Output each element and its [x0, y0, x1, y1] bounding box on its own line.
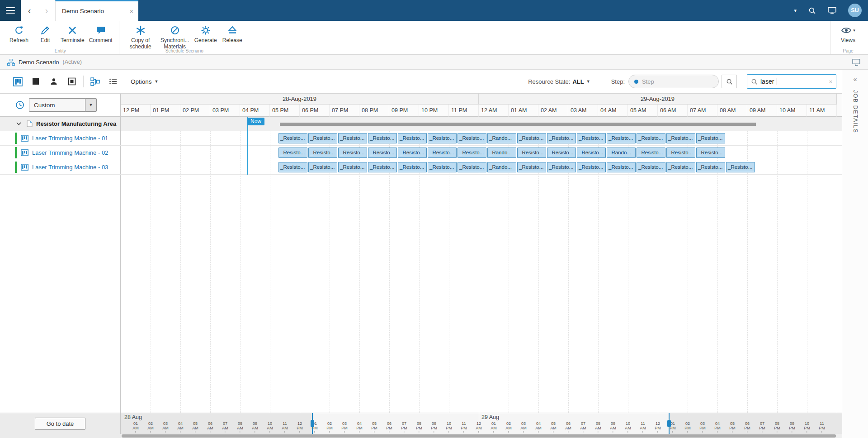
copy-of-schedule-button[interactable]: Copy of schedule — [124, 24, 157, 51]
avatar[interactable]: SU — [848, 4, 862, 17]
material-view-icon[interactable] — [66, 76, 78, 87]
hour-header: 02 AM — [538, 105, 568, 117]
group-name: Resistor Manufacturing Area — [36, 120, 116, 127]
task-bar[interactable]: _Resisto... — [637, 148, 665, 158]
resource-label-cell[interactable]: Laser Trimming Machine - 02 — [0, 146, 121, 160]
comment-button[interactable]: Comment — [87, 24, 114, 45]
task-bar[interactable]: _Resisto... — [577, 148, 606, 158]
task-bar[interactable]: _Resisto... — [666, 133, 695, 143]
tab-demo-scenario[interactable]: Demo Scenario × — [55, 0, 138, 21]
task-bar[interactable]: _Rando... — [487, 148, 516, 158]
edit-button[interactable]: Edit — [33, 24, 58, 45]
task-bar[interactable]: _Resisto... — [666, 162, 695, 172]
task-bar[interactable]: _Resisto... — [368, 148, 397, 158]
overview-left: Go to date — [0, 413, 121, 434]
task-bar[interactable]: _Resisto... — [428, 133, 457, 143]
chevron-down-icon[interactable]: ▾ — [794, 8, 797, 14]
task-bar[interactable]: _Resisto... — [278, 133, 307, 143]
overview-tick-label: 04PM — [356, 421, 363, 433]
task-bar[interactable]: _Rando... — [487, 162, 516, 172]
task-bar[interactable]: _Resisto... — [278, 148, 307, 158]
step-input[interactable]: Step — [628, 75, 719, 88]
resource-label-cell[interactable]: Laser Trimming Machine - 01 — [0, 131, 121, 145]
synchroni-materials-button[interactable]: Synchroni... Materials — [158, 24, 192, 51]
task-bar[interactable]: _Resisto... — [308, 162, 337, 172]
monitor-icon[interactable] — [828, 7, 836, 14]
task-bar[interactable]: _Resisto... — [428, 148, 457, 158]
refresh-button[interactable]: Refresh — [6, 24, 32, 45]
plan-view-icon[interactable] — [30, 76, 42, 87]
overview-handle-left-knob[interactable] — [311, 420, 314, 427]
overview-tick-label: 01AM — [491, 421, 497, 433]
task-bar[interactable]: _Resisto... — [338, 148, 367, 158]
tab-close-icon[interactable]: × — [130, 8, 133, 15]
options-dropdown[interactable]: Options ▼ — [131, 78, 158, 85]
ribbon-group-label-page: Page — [831, 48, 865, 53]
go-to-date-button[interactable]: Go to date — [35, 418, 85, 430]
task-bar[interactable]: _Resisto... — [637, 133, 665, 143]
task-bar[interactable]: _Resisto... — [517, 148, 546, 158]
task-bar[interactable]: _Resisto... — [338, 133, 367, 143]
resource-gantt-view-icon[interactable] — [12, 76, 24, 87]
list-view-icon[interactable] — [107, 76, 119, 87]
resource-state-dropdown[interactable]: Resource State: ALL ▼ — [528, 78, 590, 85]
task-bar[interactable]: _Resisto... — [278, 162, 307, 172]
terminate-button[interactable]: Terminate — [59, 24, 86, 45]
task-bar[interactable]: _Rando... — [607, 148, 636, 158]
task-bar[interactable]: _Resisto... — [368, 133, 397, 143]
task-bar[interactable]: _Resisto... — [308, 133, 337, 143]
views-button[interactable]: ▾Views — [835, 24, 861, 45]
task-bar[interactable]: _Resisto... — [398, 148, 427, 158]
task-bar[interactable]: _Resisto... — [368, 162, 397, 172]
task-bar[interactable]: _Resisto... — [726, 162, 755, 172]
task-bar[interactable]: _Resisto... — [458, 148, 486, 158]
collapse-panel-icon[interactable]: « — [853, 75, 857, 83]
task-bar[interactable]: _Resisto... — [428, 162, 457, 172]
step-search-button[interactable] — [722, 75, 737, 88]
scrollbar-thumb[interactable] — [122, 434, 836, 438]
group-row: Resistor Manufacturing Area — [0, 117, 842, 131]
release-button[interactable]: Release — [220, 24, 245, 51]
generate-button[interactable]: Generate — [193, 24, 219, 51]
task-bar[interactable]: _Resisto... — [696, 133, 725, 143]
task-bar[interactable]: _Resisto... — [666, 148, 695, 158]
overview-handle-right-knob[interactable] — [667, 420, 671, 427]
task-bar[interactable]: _Resisto... — [607, 162, 636, 172]
scrollbar-track[interactable] — [121, 434, 837, 438]
task-bar[interactable]: _Resisto... — [398, 162, 427, 172]
task-bar[interactable]: _Resisto... — [308, 148, 337, 158]
task-bar[interactable]: _Resisto... — [637, 162, 665, 172]
group-label-cell[interactable]: Resistor Manufacturing Area — [0, 117, 121, 131]
task-bar[interactable]: _Resisto... — [577, 162, 606, 172]
task-bar[interactable]: _Resisto... — [338, 162, 367, 172]
task-bar[interactable]: _Resisto... — [458, 162, 486, 172]
search-input[interactable]: laser × — [747, 74, 836, 89]
operator-view-icon[interactable] — [48, 76, 60, 87]
task-bar[interactable]: _Resisto... — [607, 133, 636, 143]
collapse-chevron-icon[interactable] — [16, 122, 21, 125]
present-screen-icon[interactable] — [852, 58, 861, 66]
overview-timeline[interactable]: 28 Aug 29 Aug 01AM02AM03AM04AM05AM06AM07… — [121, 413, 837, 434]
nav-back-button[interactable]: ‹ — [21, 0, 38, 21]
task-bar[interactable]: _Resisto... — [577, 133, 606, 143]
task-bar[interactable]: _Resisto... — [696, 148, 725, 158]
task-bar[interactable]: _Resisto... — [398, 133, 427, 143]
task-bar[interactable]: _Resisto... — [547, 148, 576, 158]
task-bar[interactable]: _Resisto... — [517, 133, 546, 143]
task-bar[interactable]: _Resisto... — [458, 133, 486, 143]
task-bar[interactable]: _Resisto... — [547, 162, 576, 172]
search-icon[interactable] — [808, 7, 816, 14]
time-preset-value: Custom — [29, 98, 85, 112]
resource-label-cell[interactable]: Laser Trimming Machine - 03 — [0, 160, 121, 174]
clear-search-icon[interactable]: × — [829, 78, 832, 85]
nav-forward-button[interactable]: › — [38, 0, 55, 21]
task-bar[interactable]: _Rando... — [487, 133, 516, 143]
chevron-down-icon[interactable]: ▼ — [85, 98, 97, 112]
task-bar[interactable]: _Resisto... — [547, 133, 576, 143]
overview-pad — [837, 413, 842, 434]
task-bar[interactable]: _Resisto... — [696, 162, 725, 172]
flow-view-icon[interactable] — [89, 76, 101, 87]
task-bar[interactable]: _Resisto... — [517, 162, 546, 172]
menu-button[interactable] — [0, 0, 21, 21]
time-preset-dropdown[interactable]: Custom ▼ — [29, 98, 97, 112]
